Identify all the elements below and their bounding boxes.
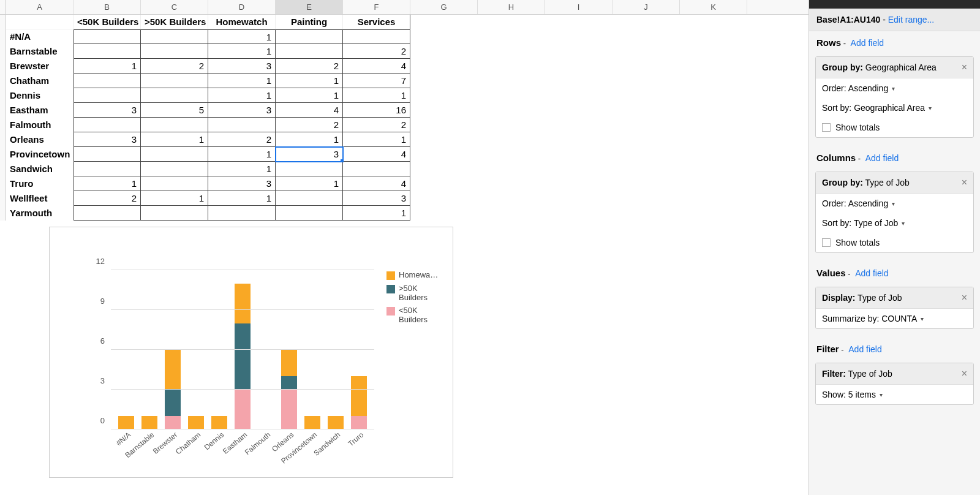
column-header-H[interactable]: H	[478, 0, 545, 14]
column-header-I[interactable]: I	[545, 0, 612, 14]
cell[interactable]: Falmouth	[6, 118, 74, 132]
cell[interactable]	[612, 206, 680, 221]
cell[interactable]	[478, 176, 545, 191]
cell[interactable]: 3	[74, 132, 141, 147]
cell[interactable]	[545, 44, 612, 59]
cell[interactable]: 3	[208, 176, 276, 191]
cell[interactable]	[343, 162, 410, 176]
cell[interactable]: 2	[343, 44, 410, 59]
cell[interactable]	[410, 176, 478, 191]
cell[interactable]	[276, 29, 343, 44]
cell[interactable]	[612, 59, 680, 74]
cell[interactable]: 1	[276, 88, 343, 103]
column-header-G[interactable]: G	[410, 0, 478, 14]
cell[interactable]	[410, 29, 478, 44]
cell[interactable]: Dennis	[6, 88, 74, 103]
cell[interactable]: 2	[276, 59, 343, 74]
add-value-field[interactable]: Add field	[855, 268, 888, 278]
cell[interactable]	[545, 74, 612, 88]
embedded-chart[interactable]: #N/ABarnstableBrewsterChathamDennisEasth…	[49, 227, 453, 478]
cell[interactable]	[478, 147, 545, 162]
cell[interactable]	[74, 206, 141, 221]
cell[interactable]	[410, 59, 478, 74]
edit-range-link[interactable]: Edit range...	[888, 15, 935, 25]
cell[interactable]	[478, 103, 545, 118]
cell[interactable]: 2	[276, 118, 343, 132]
cell[interactable]	[545, 206, 612, 221]
cell[interactable]: 1	[276, 74, 343, 88]
cell[interactable]: 1	[74, 59, 141, 74]
cell[interactable]	[612, 162, 680, 176]
cell[interactable]	[410, 162, 478, 176]
cell[interactable]	[141, 118, 208, 132]
cell[interactable]	[612, 103, 680, 118]
cell[interactable]	[680, 59, 747, 74]
cell[interactable]	[478, 88, 545, 103]
cell[interactable]	[74, 162, 141, 176]
cell[interactable]	[276, 206, 343, 221]
checkbox-icon[interactable]	[822, 238, 831, 247]
cell[interactable]: Truro	[6, 176, 74, 191]
cell[interactable]: 1	[208, 147, 276, 162]
cell[interactable]: <50K Builders	[74, 15, 141, 29]
cell[interactable]: 1	[208, 29, 276, 44]
cell[interactable]	[74, 147, 141, 162]
cell[interactable]: 2	[141, 59, 208, 74]
cell[interactable]	[478, 44, 545, 59]
cell[interactable]	[74, 44, 141, 59]
cell[interactable]: 16	[343, 103, 410, 118]
cell[interactable]: 5	[141, 103, 208, 118]
add-filter-field[interactable]: Add field	[848, 344, 881, 354]
cell[interactable]	[680, 88, 747, 103]
cell[interactable]	[545, 29, 612, 44]
cols-sort-dropdown[interactable]: Sort by: Type of Job▾	[816, 213, 973, 233]
cell[interactable]: 1	[208, 191, 276, 206]
cell[interactable]	[208, 118, 276, 132]
cell[interactable]: 7	[343, 74, 410, 88]
cell[interactable]: 1	[208, 162, 276, 176]
cell[interactable]	[141, 162, 208, 176]
cell[interactable]	[612, 191, 680, 206]
cell[interactable]	[410, 147, 478, 162]
cell[interactable]: 1	[343, 206, 410, 221]
column-header-D[interactable]: D	[208, 0, 276, 14]
cell[interactable]: 3	[208, 103, 276, 118]
cell[interactable]: Brewster	[6, 59, 74, 74]
cell[interactable]: 4	[343, 59, 410, 74]
cell[interactable]: 1	[276, 176, 343, 191]
cell[interactable]	[74, 88, 141, 103]
cell[interactable]	[680, 147, 747, 162]
cell[interactable]	[410, 103, 478, 118]
cell[interactable]	[141, 29, 208, 44]
cell[interactable]	[74, 29, 141, 44]
column-header-F[interactable]: F	[343, 0, 410, 14]
cell[interactable]	[410, 132, 478, 147]
cell[interactable]	[6, 15, 74, 29]
cell[interactable]: 3	[343, 191, 410, 206]
cell[interactable]	[478, 132, 545, 147]
cell[interactable]	[208, 206, 276, 221]
cell[interactable]	[141, 88, 208, 103]
cell[interactable]	[612, 176, 680, 191]
cell[interactable]	[141, 147, 208, 162]
cell[interactable]: 1	[276, 132, 343, 147]
cell[interactable]: 3	[276, 147, 343, 162]
cell[interactable]: 1	[208, 88, 276, 103]
cell[interactable]: Homewatch	[208, 15, 276, 29]
cell[interactable]: 2	[208, 132, 276, 147]
cell[interactable]: 1	[141, 191, 208, 206]
cell[interactable]	[410, 191, 478, 206]
cell[interactable]: Barnstable	[6, 44, 74, 59]
cell[interactable]: 1	[208, 74, 276, 88]
cell[interactable]	[478, 191, 545, 206]
rows-sort-dropdown[interactable]: Sort by: Geographical Area▾	[816, 98, 973, 118]
cell[interactable]: Yarmouth	[6, 206, 74, 221]
cell[interactable]	[478, 59, 545, 74]
cell[interactable]: Painting	[276, 15, 343, 29]
cols-show-totals[interactable]: Show totals	[816, 233, 973, 252]
cell[interactable]	[545, 176, 612, 191]
cell[interactable]	[680, 132, 747, 147]
cell[interactable]	[680, 44, 747, 59]
cell[interactable]	[545, 88, 612, 103]
cell[interactable]	[141, 44, 208, 59]
